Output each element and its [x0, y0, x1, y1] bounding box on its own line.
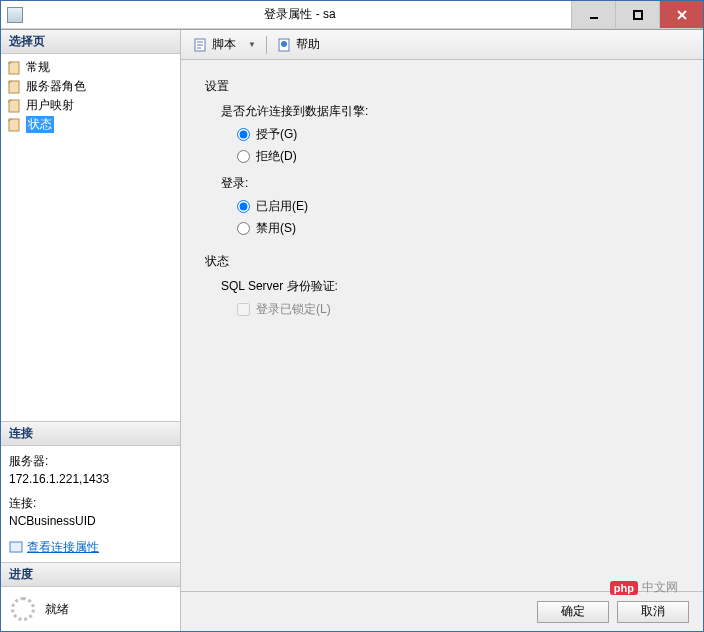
dialog-body: 选择页 常规 服务器角色 用户映射 状态 [1, 29, 703, 631]
svg-point-11 [281, 41, 287, 47]
tree-label: 常规 [26, 59, 50, 76]
enabled-radio-row[interactable]: 已启用(E) [237, 198, 679, 215]
server-value: 172.16.1.221,1433 [9, 470, 172, 488]
svg-rect-6 [9, 100, 19, 112]
grant-radio[interactable] [237, 128, 250, 141]
deny-radio-row[interactable]: 拒绝(D) [237, 148, 679, 165]
progress-body: 就绪 [1, 587, 180, 631]
progress-header: 进度 [1, 563, 180, 587]
tree-item-roles[interactable]: 服务器角色 [1, 77, 180, 96]
connection-body: 服务器: 172.16.1.221,1433 连接: NCBusinessUID… [1, 446, 180, 562]
conn-label: 连接: [9, 494, 172, 512]
connection-panel: 连接 服务器: 172.16.1.221,1433 连接: NCBusiness… [1, 421, 180, 562]
tree-item-general[interactable]: 常规 [1, 58, 180, 77]
app-icon [7, 7, 23, 23]
toolbar: 脚本 ▼ 帮助 [181, 30, 703, 60]
right-panel: 脚本 ▼ 帮助 设置 是否允许连接到数据库引擎: 授予(G) 拒绝(D [181, 30, 703, 631]
svg-rect-5 [9, 81, 19, 93]
page-icon [7, 118, 23, 132]
window-title: 登录属性 - sa [29, 6, 571, 23]
tree-item-mapping[interactable]: 用户映射 [1, 96, 180, 115]
locked-check-row: 登录已锁定(L) [237, 301, 679, 318]
enabled-radio[interactable] [237, 200, 250, 213]
svg-rect-1 [634, 11, 642, 19]
enabled-label: 已启用(E) [256, 198, 308, 215]
cancel-button[interactable]: 取消 [617, 601, 689, 623]
progress-panel: 进度 就绪 [1, 562, 180, 631]
tree-item-status[interactable]: 状态 [1, 115, 180, 134]
view-connection-link[interactable]: 查看连接属性 [27, 538, 99, 556]
conn-value: NCBusinessUID [9, 512, 172, 530]
svg-rect-7 [9, 119, 19, 131]
dropdown-icon[interactable]: ▼ [248, 40, 256, 49]
svg-rect-8 [10, 542, 22, 552]
script-icon [193, 37, 209, 53]
disabled-label: 禁用(S) [256, 220, 296, 237]
allow-connect-label: 是否允许连接到数据库引擎: [221, 103, 679, 120]
script-button[interactable]: 脚本 [189, 34, 240, 55]
maximize-button[interactable] [615, 1, 659, 28]
tree-label: 状态 [26, 116, 54, 133]
connection-header: 连接 [1, 422, 180, 446]
svg-rect-4 [9, 62, 19, 74]
deny-radio[interactable] [237, 150, 250, 163]
settings-title: 设置 [205, 78, 679, 95]
ok-button[interactable]: 确定 [537, 601, 609, 623]
spinner-icon [11, 597, 35, 621]
page-icon [7, 80, 23, 94]
grant-label: 授予(G) [256, 126, 297, 143]
tree-label: 用户映射 [26, 97, 74, 114]
disabled-radio[interactable] [237, 222, 250, 235]
locked-label: 登录已锁定(L) [256, 301, 331, 318]
sql-auth-label: SQL Server 身份验证: [221, 278, 679, 295]
deny-label: 拒绝(D) [256, 148, 297, 165]
titlebar: 登录属性 - sa [1, 1, 703, 29]
help-button[interactable]: 帮助 [273, 34, 324, 55]
disabled-radio-row[interactable]: 禁用(S) [237, 220, 679, 237]
content-area: 设置 是否允许连接到数据库引擎: 授予(G) 拒绝(D) 登录: 已启用(E) [181, 60, 703, 591]
grant-radio-row[interactable]: 授予(G) [237, 126, 679, 143]
ready-label: 就绪 [45, 601, 69, 618]
help-icon [277, 37, 293, 53]
footer: 确定 取消 [181, 591, 703, 631]
separator [266, 36, 267, 54]
tree-label: 服务器角色 [26, 78, 86, 95]
close-button[interactable] [659, 1, 703, 28]
locked-checkbox [237, 303, 250, 316]
page-icon [7, 61, 23, 75]
select-page-header: 选择页 [1, 30, 180, 54]
login-label: 登录: [221, 175, 679, 192]
help-label: 帮助 [296, 36, 320, 53]
minimize-button[interactable] [571, 1, 615, 28]
left-panel: 选择页 常规 服务器角色 用户映射 状态 [1, 30, 181, 631]
page-tree: 常规 服务器角色 用户映射 状态 [1, 54, 180, 421]
page-icon [7, 99, 23, 113]
dialog-window: 登录属性 - sa 选择页 常规 服务器角色 用户映射 [0, 0, 704, 632]
properties-icon [9, 540, 23, 554]
status-title: 状态 [205, 253, 679, 270]
window-buttons [571, 1, 703, 28]
server-label: 服务器: [9, 452, 172, 470]
script-label: 脚本 [212, 36, 236, 53]
